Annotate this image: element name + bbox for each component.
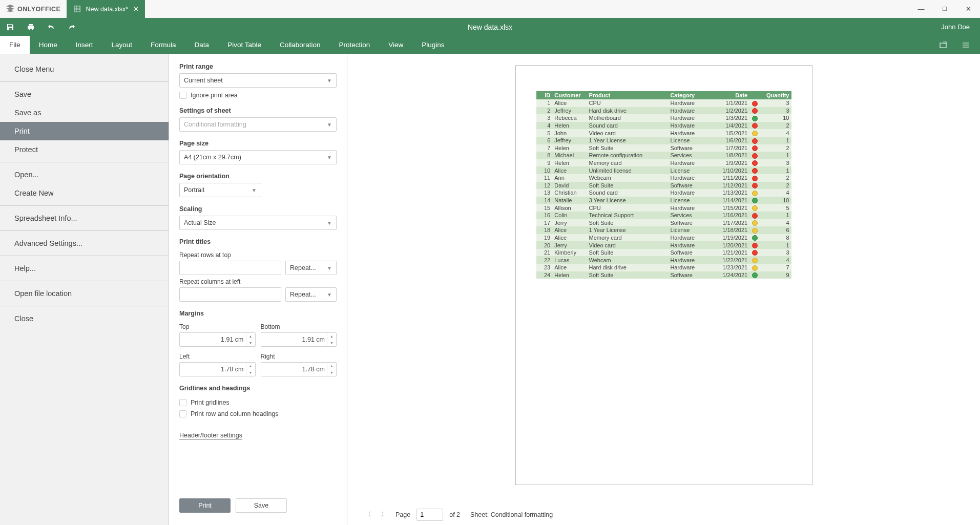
status-dot-icon bbox=[752, 235, 758, 241]
print-headings-checkbox[interactable]: Print row and column headings bbox=[179, 410, 337, 417]
file-menu-print[interactable]: Print bbox=[0, 122, 169, 140]
spin-down-icon[interactable]: ▼ bbox=[327, 340, 336, 346]
status-dot-icon bbox=[752, 101, 758, 107]
chevron-down-icon: ▼ bbox=[327, 292, 332, 298]
file-menu-protect[interactable]: Protect bbox=[0, 140, 169, 159]
checkbox-icon bbox=[179, 399, 186, 406]
spin-down-icon[interactable]: ▼ bbox=[246, 369, 255, 376]
margin-bottom-input[interactable] bbox=[261, 332, 337, 347]
window-minimize-button[interactable]: — bbox=[909, 0, 933, 18]
status-dot-icon bbox=[752, 272, 758, 278]
file-menu-close[interactable]: Close bbox=[0, 309, 169, 328]
status-dot-icon bbox=[752, 145, 758, 151]
spin-down-icon[interactable]: ▼ bbox=[246, 340, 255, 346]
chevron-down-icon: ▼ bbox=[327, 220, 332, 226]
svg-rect-0 bbox=[74, 6, 80, 12]
file-menu-open[interactable]: Open... bbox=[0, 165, 169, 184]
tab-collaboration[interactable]: Collaboration bbox=[270, 36, 330, 54]
status-dot-icon bbox=[752, 176, 758, 181]
spin-up-icon[interactable]: ▲ bbox=[246, 333, 255, 340]
status-dot-icon bbox=[752, 198, 758, 203]
save-button[interactable]: Save bbox=[236, 498, 287, 513]
user-name[interactable]: John Doe bbox=[941, 23, 980, 31]
file-menu-create-new[interactable]: Create New bbox=[0, 184, 169, 202]
tab-home[interactable]: Home bbox=[30, 36, 67, 54]
margin-right-input[interactable] bbox=[261, 362, 337, 376]
table-row: 7HelenSoft SuiteSoftware1/7/20212 bbox=[536, 144, 791, 152]
spin-up-icon[interactable]: ▲ bbox=[327, 333, 336, 340]
table-header-customer: Customer bbox=[552, 91, 587, 99]
repeat-cols-input[interactable] bbox=[179, 287, 281, 302]
undo-icon[interactable] bbox=[41, 18, 61, 36]
settings-of-sheet-select[interactable]: Conditional formatting ▼ bbox=[179, 117, 337, 132]
status-dot-icon bbox=[752, 191, 758, 196]
window-maximize-button[interactable]: ☐ bbox=[933, 0, 956, 18]
menu-separator bbox=[0, 230, 169, 231]
status-dot-icon bbox=[752, 228, 758, 234]
status-dot-icon bbox=[752, 138, 758, 144]
file-menu-spreadsheet-info[interactable]: Spreadsheet Info... bbox=[0, 209, 169, 227]
margin-top-input[interactable] bbox=[179, 332, 256, 347]
menu-tabs: FileHomeInsertLayoutFormulaDataPivot Tab… bbox=[0, 36, 980, 54]
tab-layout[interactable]: Layout bbox=[102, 36, 142, 54]
tab-data[interactable]: Data bbox=[185, 36, 219, 54]
menu-separator bbox=[0, 205, 169, 206]
scaling-select[interactable]: Actual Size ▼ bbox=[179, 216, 337, 230]
table-row: 8MichaelRemote configurationServices1/8/… bbox=[536, 152, 791, 159]
ignore-print-area-checkbox[interactable]: Ignore print area bbox=[179, 92, 337, 99]
status-dot-icon bbox=[752, 123, 758, 129]
status-dot-icon bbox=[752, 108, 758, 114]
page-size-select[interactable]: A4 (21cm x 29.7cm) ▼ bbox=[179, 150, 337, 164]
preview-page: IDCustomerProductCategoryDateQuantity 1A… bbox=[515, 65, 812, 485]
chevron-down-icon: ▼ bbox=[327, 78, 332, 83]
tab-view[interactable]: View bbox=[379, 36, 412, 54]
repeat-rows-input[interactable] bbox=[179, 261, 281, 275]
table-row: 19AliceMemory cardHardware1/19/20218 bbox=[536, 234, 791, 242]
tab-file[interactable]: File bbox=[0, 36, 30, 54]
file-menu-open-file-location[interactable]: Open file location bbox=[0, 284, 169, 303]
file-menu-advanced-settings[interactable]: Advanced Settings... bbox=[0, 234, 169, 253]
spreadsheet-icon bbox=[74, 6, 80, 12]
page-number-input[interactable] bbox=[416, 509, 443, 521]
spin-down-icon[interactable]: ▼ bbox=[327, 369, 336, 376]
margin-left-label: Left bbox=[179, 353, 256, 360]
tab-pivot-table[interactable]: Pivot Table bbox=[218, 36, 270, 54]
header-footer-link[interactable]: Header/footer settings bbox=[179, 432, 242, 440]
print-range-select[interactable]: Current sheet ▼ bbox=[179, 73, 337, 88]
close-tab-icon[interactable]: ✕ bbox=[133, 5, 139, 13]
status-dot-icon bbox=[752, 220, 758, 226]
prev-page-button[interactable]: 〈 bbox=[363, 510, 373, 520]
tab-plugins[interactable]: Plugins bbox=[412, 36, 453, 54]
open-location-icon[interactable] bbox=[933, 36, 953, 54]
print-gridlines-checkbox[interactable]: Print gridlines bbox=[179, 399, 337, 406]
print-icon[interactable] bbox=[20, 18, 41, 36]
table-row: 22LucasWebcamHardware1/22/20214 bbox=[536, 256, 791, 264]
scaling-title: Scaling bbox=[179, 205, 337, 213]
repeat-rows-label: Repeat rows at top bbox=[179, 251, 337, 259]
save-icon[interactable] bbox=[0, 18, 20, 36]
print-button[interactable]: Print bbox=[179, 498, 231, 513]
file-menu-save-as[interactable]: Save as bbox=[0, 103, 169, 122]
file-menu-close-menu[interactable]: Close Menu bbox=[0, 60, 169, 78]
repeat-cols-dropdown[interactable]: Repeat... ▼ bbox=[285, 287, 337, 302]
menu-more-icon[interactable] bbox=[955, 36, 976, 54]
spin-up-icon[interactable]: ▲ bbox=[327, 363, 336, 369]
page-orientation-select[interactable]: Portrait ▼ bbox=[179, 183, 261, 197]
repeat-rows-dropdown[interactable]: Repeat... ▼ bbox=[285, 261, 337, 275]
file-menu-save[interactable]: Save bbox=[0, 85, 169, 103]
margin-left-input[interactable] bbox=[179, 362, 256, 376]
file-menu-help[interactable]: Help... bbox=[0, 259, 169, 278]
status-dot-icon bbox=[752, 250, 758, 256]
next-page-button[interactable]: 〉 bbox=[379, 510, 389, 520]
table-row: 18Alice1 Year LicenseLicense1/18/20216 bbox=[536, 226, 791, 234]
titlebar: ONLYOFFICE New data.xlsx* ✕ — ☐ ✕ bbox=[0, 0, 980, 18]
window-close-button[interactable]: ✕ bbox=[956, 0, 980, 18]
redo-icon[interactable] bbox=[61, 18, 82, 36]
table-row: 23AliceHard disk driveHardware1/23/20217 bbox=[536, 264, 791, 271]
spin-up-icon[interactable]: ▲ bbox=[246, 363, 255, 369]
tab-insert[interactable]: Insert bbox=[67, 36, 102, 54]
document-tab[interactable]: New data.xlsx* ✕ bbox=[67, 0, 145, 18]
tab-formula[interactable]: Formula bbox=[141, 36, 185, 54]
tab-protection[interactable]: Protection bbox=[330, 36, 380, 54]
table-header-category: Category bbox=[668, 91, 710, 99]
